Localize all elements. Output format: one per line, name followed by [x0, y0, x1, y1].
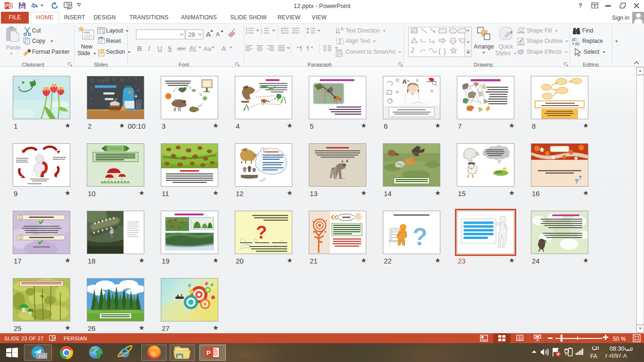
svg-text:I: I: [148, 45, 151, 52]
svg-text:U: U: [157, 45, 162, 52]
svg-text:ac: ac: [575, 41, 580, 46]
svg-text:{: {: [438, 47, 441, 55]
svg-text:?: ?: [256, 222, 267, 242]
svg-text:?: ?: [578, 175, 582, 181]
svg-text:}: }: [444, 47, 446, 55]
svg-text:A: A: [412, 29, 415, 33]
svg-text:A: A: [232, 27, 235, 32]
svg-text:A: A: [222, 45, 226, 52]
svg-text:A: A: [206, 30, 211, 38]
svg-text:A: A: [101, 79, 104, 82]
svg-text:¶: ¶: [306, 45, 309, 52]
svg-text:?: ?: [575, 178, 578, 185]
svg-text:A: A: [216, 31, 220, 38]
svg-text:+: +: [134, 84, 136, 87]
svg-text:A: A: [402, 78, 407, 85]
svg-text:Aa: Aa: [204, 45, 212, 52]
svg-text:¶: ¶: [299, 45, 302, 52]
svg-text:28: 28: [188, 31, 195, 38]
svg-text:?: ?: [413, 223, 428, 250]
svg-text:A: A: [340, 26, 344, 32]
svg-text:B: B: [137, 45, 142, 52]
svg-text:P: P: [206, 349, 211, 356]
svg-text:3: 3: [261, 32, 263, 35]
svg-text:S: S: [168, 45, 172, 52]
svg-text:+: +: [407, 79, 409, 83]
